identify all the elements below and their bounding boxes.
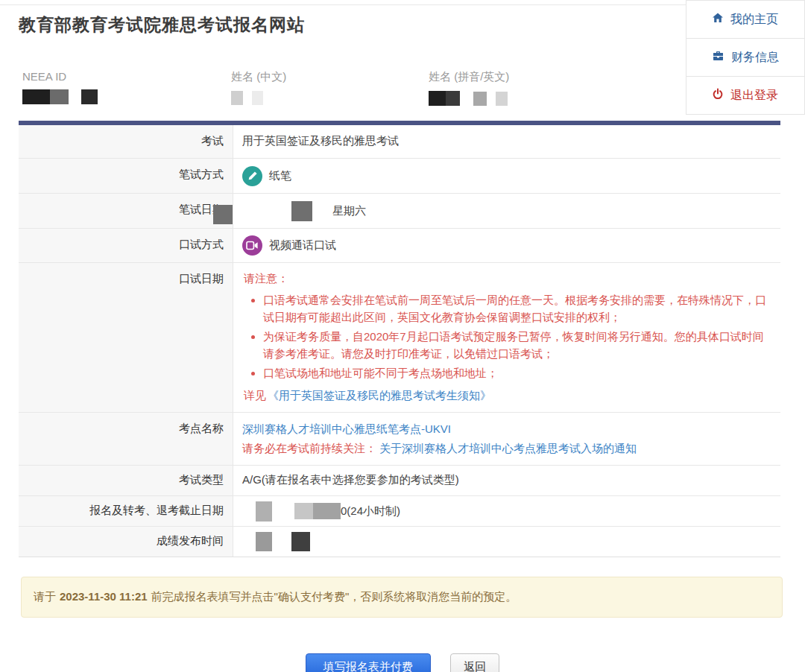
alert-suffix: 前完成报名表填写并点击"确认支付考费"，否则系统将取消您当前的预定。 xyxy=(151,590,517,603)
results-label: 成绩发布时间 xyxy=(19,527,233,557)
written-date-value-cell: 星期六 xyxy=(233,194,780,228)
table-row-speaking-date: 口试日期 请注意： 口语考试通常会安排在笔试前一周至笔试后一周的任意一天。根据考… xyxy=(19,263,780,413)
deadline-label: 报名及转考、退考截止日期 xyxy=(19,496,233,526)
header: 教育部教育考试院雅思考试报名网站 我的主页 财务信息 退出登录 xyxy=(0,0,805,121)
deadline-redaction xyxy=(294,503,341,519)
name-en-field: 姓名 (拼音/英文) xyxy=(429,70,509,106)
results-redaction xyxy=(291,532,310,551)
candidate-notes-link[interactable]: 《用于英国签证及移民的雅思考试考生须知》 xyxy=(268,389,491,402)
venue-link[interactable]: 深圳赛格人才培训中心雅思纸笔考点-UKVI xyxy=(242,422,451,435)
table-row-venue: 考点名称 深圳赛格人才培训中心雅思纸笔考点-UKVI 请务必在考试前持续关注：关… xyxy=(19,413,780,466)
exam-details-table: 考试 用于英国签证及移民的雅思考试 笔试方式 纸笔 笔试日期 星期六 口 xyxy=(19,121,780,557)
notice-bullet: 口语考试通常会安排在笔试前一周至笔试后一周的任意一天。根据考务安排的需要，在特殊… xyxy=(263,291,770,326)
sidebar-menu: 我的主页 财务信息 退出登录 xyxy=(686,0,805,115)
menu-item-financial-info[interactable]: 财务信息 xyxy=(686,38,805,77)
venue-label: 考点名称 xyxy=(19,413,233,465)
written-date-label-redaction xyxy=(213,205,233,224)
power-icon xyxy=(712,88,724,103)
speaking-date-label: 口试日期 xyxy=(19,263,233,412)
table-row-written-date: 笔试日期 星期六 xyxy=(19,194,780,229)
neea-id-label: NEEA ID xyxy=(22,70,98,83)
deadline-redaction xyxy=(256,501,272,522)
speaking-mode-value-cell: 视频通话口试 xyxy=(233,229,780,262)
notice-bullet: 为保证考务质量，自2020年7月起口语考试预定服务已暂停，恢复时间将另行通知。您… xyxy=(263,328,770,362)
name-cn-value-redacted xyxy=(231,91,286,105)
menu-item-logout[interactable]: 退出登录 xyxy=(686,76,805,115)
action-bar: 填写报名表并付费 返回 xyxy=(0,653,805,672)
venue-value-cell: 深圳赛格人才培训中心雅思纸笔考点-UKVI 请务必在考试前持续关注：关于深圳赛格… xyxy=(233,413,780,465)
exam-type-value: A/G(请在报名表中选择您要参加的考试类型) xyxy=(233,466,780,495)
page-title: 教育部教育考试院雅思考试报名网站 xyxy=(19,13,305,37)
deadline-suffix: 0(24小时制) xyxy=(341,504,400,519)
neea-id-field: NEEA ID xyxy=(22,70,98,104)
table-row-written-mode: 笔试方式 纸笔 xyxy=(19,159,780,194)
written-date-suffix: 星期六 xyxy=(332,204,366,218)
ielts-registration-page: 教育部教育考试院雅思考试报名网站 我的主页 财务信息 退出登录 xyxy=(0,0,805,672)
alert-prefix: 请于 xyxy=(34,590,56,603)
alert-deadline: 2023-11-30 11:21 xyxy=(60,590,148,603)
written-date-label: 笔试日期 xyxy=(19,194,233,228)
video-camera-icon xyxy=(242,235,262,256)
menu-item-label: 退出登录 xyxy=(730,88,778,104)
written-date-redaction xyxy=(291,201,312,221)
table-row-exam-type: 考试类型 A/G(请在报名表中选择您要参加的考试类型) xyxy=(19,466,780,496)
menu-item-label: 财务信息 xyxy=(731,50,779,66)
menu-item-my-homepage[interactable]: 我的主页 xyxy=(686,0,805,39)
venue-warning-prefix: 请务必在考试前持续关注： xyxy=(242,442,376,454)
speaking-mode-value: 视频通话口试 xyxy=(269,238,336,253)
written-mode-value-cell: 纸笔 xyxy=(233,159,780,193)
name-en-label: 姓名 (拼音/英文) xyxy=(429,70,509,84)
see-also-line: 详见《用于英国签证及移民的雅思考试考生须知》 xyxy=(244,389,770,403)
notice-bullet: 口笔试场地和地址可能不同于考点场地和地址； xyxy=(263,364,770,381)
written-mode-label: 笔试方式 xyxy=(19,159,233,193)
pencil-icon xyxy=(242,166,262,186)
back-button[interactable]: 返回 xyxy=(450,653,499,672)
payment-deadline-alert: 请于2023-11-30 11:21前完成报名表填写并点击"确认支付考费"，否则… xyxy=(21,577,783,618)
exam-type-label: 考试类型 xyxy=(19,466,233,495)
table-row-results-release: 成绩发布时间 xyxy=(19,527,780,557)
neea-id-value-redacted xyxy=(22,89,98,104)
table-row-exam: 考试 用于英国签证及移民的雅思考试 xyxy=(19,125,780,159)
exam-value: 用于英国签证及移民的雅思考试 xyxy=(233,125,780,158)
results-value-cell xyxy=(233,527,780,557)
menu-item-label: 我的主页 xyxy=(730,12,778,28)
name-en-value-redacted xyxy=(429,91,509,106)
fill-form-and-pay-button[interactable]: 填写报名表并付费 xyxy=(306,653,431,672)
deadline-value-cell: 0(24小时制) xyxy=(233,496,780,526)
notice-list: 口语考试通常会安排在笔试前一周至笔试后一周的任意一天。根据考务安排的需要，在特殊… xyxy=(263,291,770,381)
table-row-speaking-mode: 口试方式 视频通话口试 xyxy=(19,229,780,263)
home-icon xyxy=(712,12,724,27)
briefcase-icon xyxy=(712,50,724,65)
results-redaction xyxy=(256,532,272,551)
name-cn-label: 姓名 (中文) xyxy=(231,70,286,84)
user-info-bar: NEEA ID 姓名 (中文) 姓名 (拼音/英文) xyxy=(0,70,671,115)
table-row-deadline: 报名及转考、退考截止日期 0(24小时制) xyxy=(19,496,780,527)
venue-entry-notice-link[interactable]: 关于深圳赛格人才培训中心考点雅思考试入场的通知 xyxy=(379,442,637,454)
exam-label: 考试 xyxy=(19,125,233,158)
speaking-mode-label: 口试方式 xyxy=(19,229,233,262)
written-mode-value: 纸笔 xyxy=(269,169,291,183)
notice-title: 请注意： xyxy=(244,272,770,286)
name-cn-field: 姓名 (中文) xyxy=(231,70,286,105)
see-also-prefix: 详见 xyxy=(244,389,266,402)
speaking-date-notice: 请注意： 口语考试通常会安排在笔试前一周至笔试后一周的任意一天。根据考务安排的需… xyxy=(233,263,780,412)
